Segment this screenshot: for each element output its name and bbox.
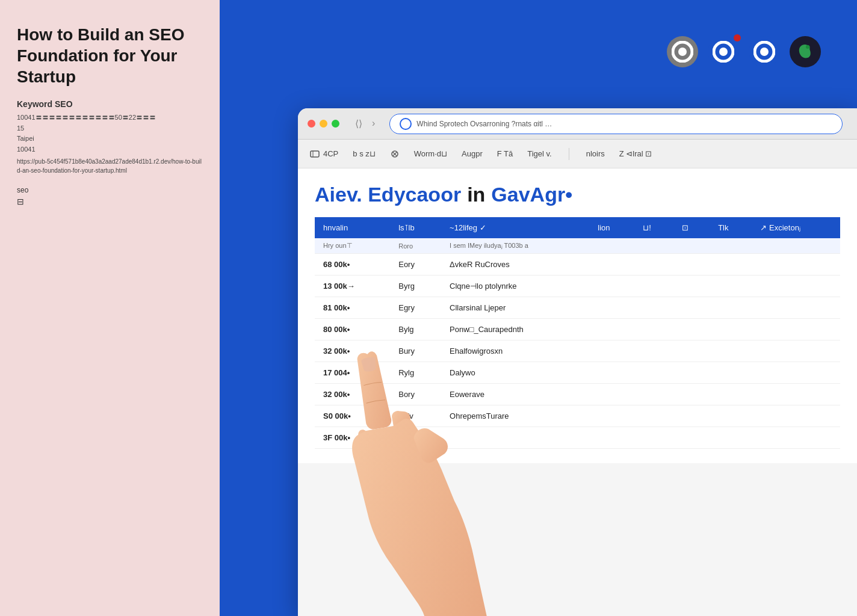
cell-col1-5: Rylg: [390, 362, 441, 384]
cell-volume-4: 32 00k•: [315, 340, 390, 362]
cell-volume-7: S0 00k•: [315, 405, 390, 427]
browser-address-bar[interactable]: Whind Sprotech Ovsarroning ?rnats αitl …: [389, 114, 843, 134]
page-title: How to Build an SEO Foundation for Your …: [17, 24, 203, 87]
cell-col2-3: Ponw□_Caurapednth: [441, 319, 840, 340]
forward-button[interactable]: ›: [370, 117, 377, 131]
address-text: Whind Sprotech Ovsarroning ?rnats αitl …: [416, 120, 832, 128]
logo-3: [749, 36, 780, 67]
cell-col1-6: Bory: [390, 384, 441, 405]
toolbar-separator: [569, 148, 569, 160]
meta-line-2: 15: [17, 123, 203, 134]
browser-nav: ⟨⟩ ›: [353, 117, 377, 131]
keyword-label: Keyword SEO: [17, 99, 203, 109]
subheader-cell-6: [710, 238, 752, 254]
cell-col2-0: ΔvkeR RuCroves: [441, 254, 840, 276]
toolbar-tab-4[interactable]: Augpr: [462, 149, 483, 158]
toolbar-tab-2[interactable]: [390, 149, 400, 159]
cell-col2-8: [441, 427, 840, 449]
subheader-cell-1: Roro: [390, 238, 441, 254]
cell-col1-7: Nillv: [390, 405, 441, 427]
toolbar-tab-7[interactable]: nloirs: [586, 149, 605, 158]
table-row[interactable]: 3F 00k•: [315, 427, 840, 449]
table-row[interactable]: S0 00k•NillvOhrepemsTurare: [315, 405, 840, 427]
cell-col2-4: Ehalfowigrosxn: [441, 340, 840, 362]
table-row[interactable]: 17 004•RylgDalywo: [315, 362, 840, 384]
main-area: ⟨⟩ › Whind Sprotech Ovsarroning ?rnats α…: [220, 0, 857, 616]
sidebar-tag: seo: [17, 186, 203, 194]
tl-red[interactable]: [308, 120, 315, 128]
svg-point-3: [719, 48, 728, 56]
th-2: ~12lifeg ✓: [441, 217, 589, 238]
browser-content: Aiev. Edycaoor in GavAgr• hnvalin ls⊺lb …: [298, 168, 857, 463]
svg-point-1: [678, 48, 687, 56]
cell-col2-1: Clqne⊣lo ptolynrke: [441, 276, 840, 297]
tl-yellow[interactable]: [320, 120, 327, 128]
th-4: ⊔!: [634, 217, 673, 238]
sidebar-meta: 10041〓〓〓〓〓〓〓〓〓〓〓〓50〓22〓〓〓 15 Taipei 1004…: [17, 112, 203, 155]
table-row[interactable]: 13 00k→ByrgClqne⊣lo ptolynrke: [315, 276, 840, 297]
back-button[interactable]: ⟨⟩: [353, 117, 365, 131]
title-part2: in: [467, 183, 485, 206]
logo-1: [667, 36, 698, 67]
browser-toolbar-tabs: 4CP b s z⊔ Worm·d⊔ Augpr F Tā Tigel v. n…: [298, 140, 857, 168]
table-row[interactable]: 68 00k•EoryΔvkeR RuCroves: [315, 254, 840, 276]
table-header-row: hnvalin ls⊺lb ~12lifeg ✓ lion ⊔! ⊡ Tlk ↗…: [315, 217, 840, 238]
title-part1: Aiev. Edycaoor: [315, 183, 461, 206]
toolbar-tab-6[interactable]: Tigel v.: [527, 149, 551, 158]
cell-volume-6: 32 00k•: [315, 384, 390, 405]
logo-4: [790, 36, 821, 67]
subheader-cell-2: I sem IMey iludyaⱼ T003b a: [441, 238, 589, 254]
cell-col1-8: [390, 427, 441, 449]
cell-col1-3: Bylg: [390, 319, 441, 340]
cell-volume-1: 13 00k→: [315, 276, 390, 297]
toolbar-tab-8[interactable]: Z ⊲lral ⊡: [619, 149, 652, 158]
toolbar-tab-5[interactable]: F Tā: [497, 149, 513, 158]
cell-volume-2: 81 00k•: [315, 297, 390, 319]
title-part3: GavAgr•: [491, 183, 572, 206]
toolbar-tab-0[interactable]: 4CP: [310, 149, 338, 159]
subheader-cell-7: [752, 238, 840, 254]
browser-window: ⟨⟩ › Whind Sprotech Ovsarroning ?rnats α…: [298, 108, 857, 616]
traffic-lights: [308, 120, 339, 128]
table-row[interactable]: 81 00k•EgryCllarsinal Ljeper: [315, 297, 840, 319]
subheader-cell-5: [673, 238, 710, 254]
cell-volume-8: 3F 00k•: [315, 427, 390, 449]
cell-col2-2: Cllarsinal Ljeper: [441, 297, 840, 319]
th-7: ↗ Excietonⱼ: [752, 217, 840, 238]
sidebar: How to Build an SEO Foundation for Your …: [0, 0, 220, 616]
browser-titlebar: ⟨⟩ › Whind Sprotech Ovsarroning ?rnats α…: [298, 108, 857, 140]
address-circle-icon: [400, 118, 412, 130]
content-title: Aiev. Edycaoor in GavAgr•: [315, 183, 840, 206]
th-1: ls⊺lb: [390, 217, 441, 238]
subheader-cell-4: [634, 238, 673, 254]
cell-col2-5: Dalywo: [441, 362, 840, 384]
sidebar-url[interactable]: https://pub-5c454f571b8e40a3a2aad27ade84…: [17, 157, 203, 175]
table-row[interactable]: 80 00k•BylgPonw□_Caurapednth: [315, 319, 840, 340]
toolbar-tab-3[interactable]: Worm·d⊔: [414, 149, 447, 158]
svg-point-6: [806, 45, 809, 49]
table-row[interactable]: 32 00k•BuryEhalfowigrosxn: [315, 340, 840, 362]
cell-col1-0: Eory: [390, 254, 441, 276]
subheader-cell-3: [589, 238, 634, 254]
data-table: hnvalin ls⊺lb ~12lifeg ✓ lion ⊔! ⊡ Tlk ↗…: [315, 217, 840, 449]
cell-col1-2: Egry: [390, 297, 441, 319]
meta-line-4: 10041: [17, 144, 203, 155]
th-3: lion: [589, 217, 634, 238]
cell-col2-7: OhrepemsTurare: [441, 405, 840, 427]
cell-volume-5: 17 004•: [315, 362, 390, 384]
toolbar-tab-1[interactable]: b s z⊔: [353, 149, 375, 158]
logo-2: [708, 36, 739, 67]
cell-col1-4: Bury: [390, 340, 441, 362]
svg-rect-7: [311, 151, 319, 157]
tl-green[interactable]: [332, 120, 339, 128]
svg-point-5: [760, 48, 769, 56]
cell-col2-6: Eowerave: [441, 384, 840, 405]
th-5: ⊡: [673, 217, 710, 238]
subheader-cell-0: Hry oun⊤: [315, 238, 390, 254]
cell-volume-3: 80 00k•: [315, 319, 390, 340]
table-subheader-row: Hry oun⊤RoroI sem IMey iludyaⱼ T003b a: [315, 238, 840, 254]
table-row[interactable]: 32 00k•BoryEowerave: [315, 384, 840, 405]
meta-line-1: 10041〓〓〓〓〓〓〓〓〓〓〓〓50〓22〓〓〓: [17, 112, 203, 123]
top-logos: [667, 36, 821, 67]
th-6: Tlk: [710, 217, 752, 238]
